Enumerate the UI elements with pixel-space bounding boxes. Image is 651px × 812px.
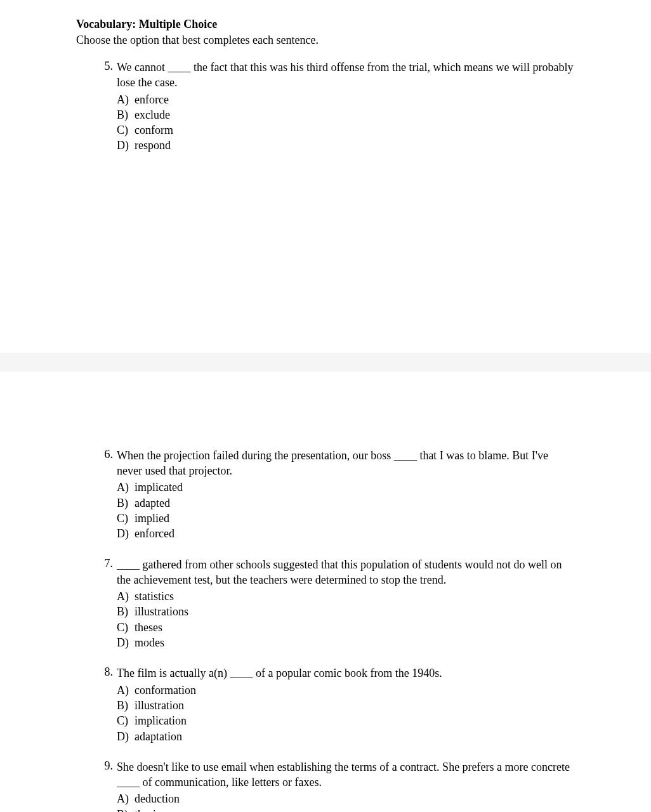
option-text: statistics [135,589,174,604]
option-letter: A) [117,683,135,698]
page-2: 6. When the projection failed during the… [0,372,651,812]
option-d[interactable]: D) respond [117,138,575,153]
option-b[interactable]: B) exclude [117,107,575,122]
question-text: ____ gathered from other schools suggest… [117,557,575,588]
option-b[interactable]: B) thesis [117,807,575,812]
question-text: We cannot ____ the fact that this was hi… [117,60,575,91]
option-text: conformation [135,683,196,698]
option-c[interactable]: C) implication [117,713,575,728]
option-text: enforce [135,92,169,107]
option-text: implied [135,511,169,526]
options-list: A) statistics B) illustrations C) theses… [117,589,575,650]
question-text: She doesn't like to use email when estab… [117,759,575,790]
option-b[interactable]: B) adapted [117,495,575,511]
option-text: adapted [135,495,170,511]
option-a[interactable]: A) implicated [117,480,575,495]
option-letter: A) [117,791,135,806]
question-number: 9. [96,759,113,773]
option-text: illustration [135,698,184,713]
option-a[interactable]: A) enforce [117,92,575,107]
question-number: 6. [96,448,113,461]
option-d[interactable]: D) adaptation [117,729,575,744]
option-letter: C) [117,122,135,138]
option-text: conform [135,122,173,138]
options-list: A) deduction B) thesis C) implication D)… [117,791,575,812]
option-a[interactable]: A) deduction [117,791,575,806]
option-text: deduction [135,791,180,806]
option-letter: D) [117,526,135,541]
option-text: adaptation [135,729,182,744]
option-letter: B) [117,107,135,122]
option-letter: B) [117,698,135,713]
option-text: exclude [135,107,170,122]
page-1: Vocabulary: Multiple Choice Choose the o… [0,0,651,353]
option-letter: D) [117,729,135,744]
option-letter: D) [117,138,135,153]
option-c[interactable]: C) implied [117,511,575,526]
option-d[interactable]: D) enforced [117,526,575,541]
option-letter: C) [117,713,135,728]
option-a[interactable]: A) statistics [117,589,575,604]
option-text: illustrations [135,604,188,619]
option-c[interactable]: C) theses [117,620,575,635]
question-text: When the projection failed during the pr… [117,448,575,479]
option-letter: A) [117,92,135,107]
option-text: implicated [135,480,183,495]
option-text: implication [135,713,187,728]
question-8: 8. The film is actually a(n) ____ of a p… [76,665,575,743]
option-d[interactable]: D) modes [117,635,575,650]
instruction-text: Choose the option that best completes ea… [76,34,575,47]
option-letter: B) [117,495,135,511]
question-6: 6. When the projection failed during the… [76,448,575,542]
option-text: thesis [135,807,161,812]
option-text: theses [135,620,162,635]
option-letter: C) [117,620,135,635]
option-c[interactable]: C) conform [117,122,575,138]
question-number: 8. [96,665,113,679]
question-5: 5. We cannot ____ the fact that this was… [76,60,575,154]
option-letter: B) [117,604,135,619]
option-b[interactable]: B) illustrations [117,604,575,619]
option-text: modes [135,635,164,650]
question-number: 7. [96,557,113,570]
option-letter: D) [117,635,135,650]
option-letter: B) [117,807,135,812]
question-number: 5. [96,60,113,73]
option-a[interactable]: A) conformation [117,683,575,698]
option-letter: A) [117,589,135,604]
question-9: 9. She doesn't like to use email when es… [76,759,575,812]
section-title: Vocabulary: Multiple Choice [76,18,575,31]
option-letter: A) [117,480,135,495]
question-text: The film is actually a(n) ____ of a popu… [117,665,575,681]
option-text: respond [135,138,171,153]
question-7: 7. ____ gathered from other schools sugg… [76,557,575,651]
options-list: A) implicated B) adapted C) implied D) e… [117,480,575,541]
option-b[interactable]: B) illustration [117,698,575,713]
options-list: A) conformation B) illustration C) impli… [117,683,575,744]
options-list: A) enforce B) exclude C) conform D) resp… [117,92,575,154]
option-letter: C) [117,511,135,526]
option-text: enforced [135,526,174,541]
